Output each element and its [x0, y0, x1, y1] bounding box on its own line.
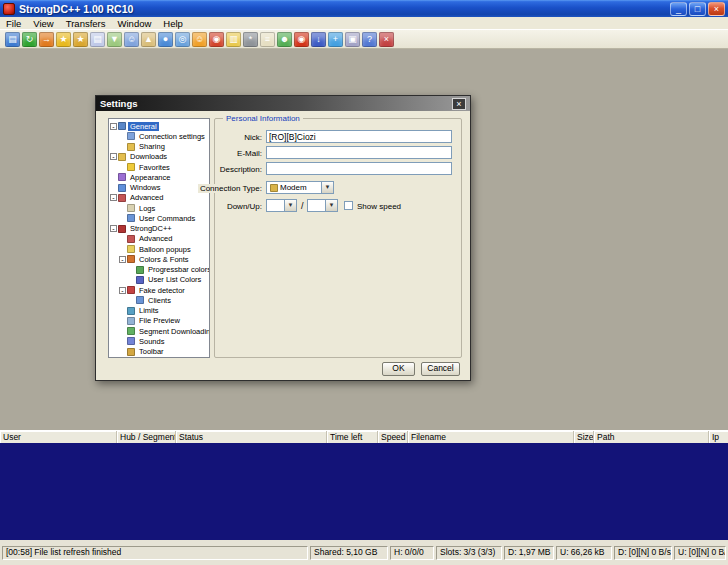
expander-icon[interactable]: -	[110, 123, 117, 130]
advanced-icon	[127, 235, 135, 243]
waiting-users-icon[interactable]: ☺	[124, 32, 139, 47]
limiter-icon[interactable]: ↓	[311, 32, 326, 47]
status-hubs: H: 0/0/0	[390, 546, 434, 560]
favorite-users-icon[interactable]: ★	[73, 32, 88, 47]
tree-item-limits[interactable]: Limits	[119, 306, 208, 316]
tree-item-progressbar-colors[interactable]: Progressbar colors	[128, 265, 208, 275]
tree-item-balloon-popups[interactable]: Balloon popups	[119, 244, 208, 254]
show-speed-checkbox[interactable]	[344, 201, 353, 210]
finished-downloads-icon[interactable]: ▼	[107, 32, 122, 47]
settings-close-icon[interactable]: ×	[452, 98, 466, 110]
general-icon	[118, 122, 126, 130]
tree-item-user-list-colors[interactable]: User List Colors	[128, 275, 208, 285]
menu-view[interactable]: View	[27, 17, 59, 29]
queue-icon[interactable]: ▤	[90, 32, 105, 47]
search-spy-icon[interactable]: ☺	[192, 32, 207, 47]
menu-transfers[interactable]: Transfers	[60, 17, 112, 29]
tree-item-fake-detector[interactable]: - Fake detector	[119, 285, 208, 295]
status-uploaded: U: 66,26 kB	[556, 546, 612, 560]
title-bar: StrongDC++ 1.00 RC10 _ □ ×	[0, 0, 728, 17]
show-speed-label: Show speed	[357, 202, 401, 211]
settings-icon[interactable]: *	[243, 32, 258, 47]
finished-uploads-icon[interactable]: ▲	[141, 32, 156, 47]
expander-icon[interactable]: -	[119, 256, 126, 263]
chevron-down-icon[interactable]: ▼	[325, 200, 337, 211]
favorite-hubs-icon[interactable]: ★	[56, 32, 71, 47]
status-slots: Slots: 3/3 (3/3)	[436, 546, 502, 560]
column-user[interactable]: User	[0, 431, 117, 443]
column-path[interactable]: Path	[594, 431, 709, 443]
column-time-left[interactable]: Time left	[327, 431, 378, 443]
strongdc-icon	[118, 225, 126, 233]
description-field[interactable]	[266, 162, 452, 175]
fake-detector-icon	[127, 286, 135, 294]
ok-button[interactable]: OK	[382, 362, 415, 376]
minimize-button[interactable]: _	[670, 2, 687, 16]
cancel-button[interactable]: Cancel	[421, 362, 460, 376]
menu-help[interactable]: Help	[157, 17, 189, 29]
shutdown-icon[interactable]: ◉	[294, 32, 309, 47]
email-field[interactable]	[266, 146, 452, 159]
up-speed-select[interactable]: ▼	[307, 199, 338, 212]
menu-bar: File View Transfers Window Help	[0, 17, 728, 30]
tree-item-sounds[interactable]: Sounds	[119, 336, 208, 346]
search-icon[interactable]: ●	[158, 32, 173, 47]
notepad-icon[interactable]: ≡	[260, 32, 275, 47]
nick-field[interactable]	[266, 130, 452, 143]
connection-type-select[interactable]: Modem ▼	[266, 181, 334, 194]
quick-connect-icon[interactable]: +	[328, 32, 343, 47]
menu-window[interactable]: Window	[112, 17, 158, 29]
column-ip[interactable]: Ip	[709, 431, 728, 443]
help-icon[interactable]: ?	[362, 32, 377, 47]
tree-item-clients[interactable]: Clients	[128, 295, 208, 305]
modem-icon	[270, 184, 278, 192]
nick-label: Nick:	[242, 133, 262, 142]
close-button[interactable]: ×	[708, 2, 725, 16]
menu-file[interactable]: File	[0, 17, 27, 29]
tree-item-user-commands[interactable]: User Commands	[119, 213, 208, 223]
email-label: E-Mail:	[235, 149, 262, 158]
toolbar-settings-icon	[127, 348, 135, 356]
column-size[interactable]: Size	[574, 431, 594, 443]
follow-redirect-icon[interactable]: →	[39, 32, 54, 47]
expander-icon[interactable]: -	[110, 225, 117, 232]
away-icon[interactable]: ☻	[277, 32, 292, 47]
network-stats-icon[interactable]: ◉	[209, 32, 224, 47]
down-speed-select[interactable]: ▼	[266, 199, 297, 212]
chevron-down-icon[interactable]: ▼	[321, 182, 333, 193]
settings-dialog: Settings × - General Connection settings	[95, 95, 471, 381]
tree-item-segment-downloading[interactable]: Segment Downloading	[119, 326, 208, 336]
public-hubs-icon[interactable]: ▤	[5, 32, 20, 47]
user-list-colors-icon	[136, 276, 144, 284]
reconnect-icon[interactable]: ↻	[22, 32, 37, 47]
exit-icon[interactable]: ×	[379, 32, 394, 47]
colors-fonts-icon	[127, 255, 135, 263]
status-upload-speed: U: [0][N] 0 B/s	[674, 546, 726, 560]
balloon-popups-icon	[127, 245, 135, 253]
column-speed[interactable]: Speed	[378, 431, 408, 443]
tree-item-strongdc[interactable]: - StrongDC++	[110, 224, 208, 234]
transfers-list[interactable]	[0, 443, 728, 540]
chevron-down-icon[interactable]: ▼	[284, 200, 296, 211]
column-hub-segments[interactable]: Hub / Segments	[117, 431, 176, 443]
status-shared: Shared: 5,10 GB	[310, 546, 388, 560]
tree-item-file-preview[interactable]: File Preview	[119, 316, 208, 326]
status-bar: [00:58] File list refresh finished Share…	[0, 546, 728, 560]
connection-type-value: Modem	[280, 183, 307, 192]
tree-item-toolbar[interactable]: Toolbar	[119, 347, 208, 357]
segment-downloading-icon	[127, 327, 135, 335]
tree-item-strongdc-advanced[interactable]: Advanced	[119, 234, 208, 244]
maximize-button[interactable]: □	[689, 2, 706, 16]
open-filelist-icon[interactable]: ▥	[226, 32, 241, 47]
downup-separator: /	[301, 201, 304, 211]
status-message: [00:58] File list refresh finished	[2, 546, 308, 560]
settings-dialog-title-bar: Settings ×	[96, 96, 470, 111]
tree-item-colors-fonts[interactable]: - Colors & Fonts	[119, 254, 208, 264]
recents-icon[interactable]: ▣	[345, 32, 360, 47]
adl-search-icon[interactable]: ◎	[175, 32, 190, 47]
expander-icon[interactable]: -	[119, 287, 126, 294]
column-filename[interactable]: Filename	[408, 431, 574, 443]
window-title: StrongDC++ 1.00 RC10	[19, 3, 668, 15]
column-status[interactable]: Status	[176, 431, 327, 443]
status-download-speed: D: [0][N] 0 B/s	[614, 546, 672, 560]
